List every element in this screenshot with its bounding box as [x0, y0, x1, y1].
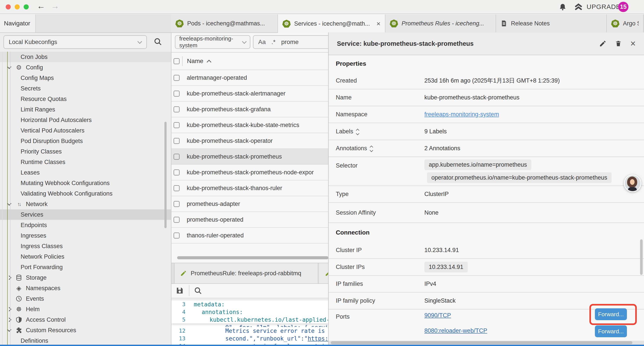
tab-close-icon[interactable]: ×: [376, 20, 380, 28]
editor-search-icon[interactable]: [194, 287, 202, 295]
sidebar-item-events[interactable]: Events: [0, 294, 171, 304]
row-checkbox[interactable]: [174, 154, 180, 160]
sort-toggle-icon[interactable]: [356, 129, 359, 135]
sidebar-item-network[interactable]: ↑↓Network: [0, 199, 171, 209]
sidebar-item-definitions[interactable]: Definitions: [0, 336, 171, 345]
user-avatar[interactable]: [624, 175, 641, 192]
table-row-kube-prometheus-stack-thanos-ruler[interactable]: kube-prometheus-stack-thanos-ruler: [172, 180, 329, 196]
sidebar-item-cron-jobs[interactable]: Cron Jobs: [0, 52, 171, 62]
sidebar-item-secrets[interactable]: Secrets: [0, 83, 171, 94]
table-row-prometheus-adapter[interactable]: prometheus-adapter: [172, 196, 329, 212]
notification-count-badge[interactable]: 15: [618, 2, 628, 12]
sidebar-item-storage[interactable]: Storage: [0, 272, 171, 283]
yaml-editor[interactable]: 3metadata:4annotations:5kubectl.kubernet…: [172, 298, 329, 345]
chevron-down-icon[interactable]: [6, 65, 12, 70]
detail-horizontal-scrollbar[interactable]: [328, 341, 644, 345]
sidebar-item-priority-classes[interactable]: Priority Classes: [0, 146, 171, 157]
table-row-thanos-ruler-operated[interactable]: thanos-ruler-operated: [172, 228, 329, 244]
sidebar-item-horizontal-pod-autoscalers[interactable]: Horizontal Pod Autoscalers: [0, 115, 171, 125]
table-row-kube-prometheus-stack-grafana[interactable]: kube-prometheus-stack-grafana: [172, 102, 329, 117]
sidebar-item-mutating-webhook-configurations[interactable]: Mutating Webhook Configurations: [0, 178, 171, 188]
regex-toggle[interactable]: .*: [271, 38, 276, 45]
sidebar-item-resource-quotas[interactable]: Resource Quotas: [0, 94, 171, 104]
namespace-link[interactable]: freeleaps-monitoring-system: [424, 111, 499, 118]
row-checkbox[interactable]: [174, 233, 180, 239]
minimize-window-button[interactable]: [15, 4, 20, 9]
table-row-kube-prometheus-stack-prometheus[interactable]: kube-prometheus-stack-prometheus: [172, 149, 329, 165]
sidebar-item-limit-ranges[interactable]: Limit Ranges: [0, 104, 171, 115]
sidebar-item-pod-disruption-budgets[interactable]: Pod Disruption Budgets: [0, 136, 171, 146]
row-checkbox[interactable]: [174, 122, 180, 128]
namespace-select[interactable]: freeleaps-monitoring-system: [175, 35, 250, 49]
row-checkbox[interactable]: [174, 138, 180, 144]
chevron-down-icon[interactable]: [6, 328, 12, 333]
chevron-right-icon[interactable]: [6, 275, 12, 280]
upgrade-button[interactable]: UPGRADE: [586, 3, 620, 10]
forward-button[interactable]: →: [51, 1, 59, 11]
table-row-alertmanager-operated[interactable]: alertmanager-operated: [172, 70, 329, 86]
sidebar-item-services[interactable]: Services: [0, 209, 171, 220]
tab-pods-icecheng-mathmas[interactable]: ☸Pods - icecheng@mathmas...: [171, 14, 278, 32]
sidebar-item-runtime-classes[interactable]: Runtime Classes: [0, 157, 171, 167]
tab-release-notes[interactable]: Release Notes: [496, 14, 607, 32]
delete-trash-icon[interactable]: [615, 40, 622, 47]
table-row-kube-prometheus-stack-prometheus-node-expor[interactable]: kube-prometheus-stack-prometheus-node-ex…: [172, 165, 329, 180]
row-checkbox[interactable]: [174, 169, 180, 175]
sidebar-item-leases[interactable]: Leases: [0, 167, 171, 178]
close-window-button[interactable]: [6, 4, 11, 9]
sidebar-item-custom-resources[interactable]: Custom Resources: [0, 325, 171, 336]
table-search-input[interactable]: Aa .* prome: [253, 35, 329, 49]
editor-tab-x[interactable]: [319, 263, 329, 283]
chevron-right-icon[interactable]: [6, 307, 12, 312]
tab-services-icecheng-math[interactable]: ☸Services - icecheng@math...×: [278, 14, 385, 33]
sidebar-item-config-maps[interactable]: Config Maps: [0, 73, 171, 83]
edit-pencil-icon[interactable]: [599, 40, 606, 47]
select-all-checkbox[interactable]: [174, 58, 180, 64]
chevron-right-icon[interactable]: [6, 317, 12, 322]
port-link[interactable]: 9090/TCP: [424, 310, 451, 321]
table-row-kube-prometheus-stack-alertmanager[interactable]: kube-prometheus-stack-alertmanager: [172, 86, 329, 102]
sidebar-item-config[interactable]: ⚙Config: [0, 62, 171, 73]
forward-button[interactable]: Forward...: [595, 308, 627, 320]
chevron-down-icon[interactable]: [6, 201, 12, 207]
table-horizontal-scrollbar[interactable]: [177, 256, 328, 259]
navigator-panel-tab[interactable]: Navigator: [0, 14, 36, 32]
close-icon[interactable]: ×: [630, 39, 636, 48]
sidebar-item-helm[interactable]: ☸Helm: [0, 304, 171, 315]
kubeconfig-select[interactable]: Local Kubeconfigs: [4, 35, 147, 49]
sidebar-item-validating-webhook-configurations[interactable]: Validating Webhook Configurations: [0, 188, 171, 199]
tab-prometheus-rules-icecheng[interactable]: ☸Prometheus Rules - icecheng...: [385, 14, 496, 32]
sort-toggle-icon[interactable]: [370, 146, 373, 152]
sidebar-item-vertical-pod-autoscalers[interactable]: Vertical Pod Autoscalers: [0, 125, 171, 136]
table-row-kube-prometheus-stack-operator[interactable]: kube-prometheus-stack-operator: [172, 133, 329, 149]
row-checkbox[interactable]: [174, 185, 180, 191]
back-button[interactable]: ←: [37, 1, 45, 11]
sidebar-item-access-control[interactable]: Access Control: [0, 315, 171, 325]
sidebar-item-ingresses[interactable]: Ingresses: [0, 230, 171, 241]
match-case-toggle[interactable]: Aa: [258, 38, 266, 45]
sidebar-item-ingress-classes[interactable]: Ingress Classes: [0, 241, 171, 251]
sidebar-search-icon[interactable]: [154, 37, 162, 46]
row-checkbox[interactable]: [174, 201, 180, 207]
forward-button[interactable]: Forward...: [595, 326, 627, 337]
tab-argo-se[interactable]: ☸Argo Se: [607, 14, 644, 32]
zoom-window-button[interactable]: [24, 4, 29, 9]
sidebar-item-namespaces[interactable]: ◈Namespaces: [0, 283, 171, 294]
row-checkbox[interactable]: [174, 91, 180, 97]
upgrade-icon[interactable]: [574, 2, 583, 11]
notifications-bell-icon[interactable]: [558, 3, 567, 11]
table-row-kube-prometheus-stack-kube-state-metrics[interactable]: kube-prometheus-stack-kube-state-metrics: [172, 117, 329, 133]
save-icon[interactable]: [175, 286, 184, 295]
sidebar-scrollbar[interactable]: [164, 122, 166, 228]
code-link[interactable]: https://net: [308, 335, 329, 342]
port-link[interactable]: 8080:reloader-web/TCP: [424, 325, 487, 337]
table-header[interactable]: Name: [172, 52, 329, 70]
detail-scrollbar[interactable]: [640, 239, 643, 275]
row-checkbox[interactable]: [174, 217, 180, 223]
row-checkbox[interactable]: [174, 106, 180, 112]
editor-tab-prometheusrule-freeleaps-prod-rabbitmq[interactable]: PrometheusRule: freeleaps-prod-rabbitmq: [174, 263, 318, 283]
name-column-header[interactable]: Name: [187, 58, 204, 65]
sidebar-item-network-policies[interactable]: Network Policies: [0, 251, 171, 262]
row-checkbox[interactable]: [174, 75, 180, 81]
sidebar-item-endpoints[interactable]: Endpoints: [0, 220, 171, 230]
